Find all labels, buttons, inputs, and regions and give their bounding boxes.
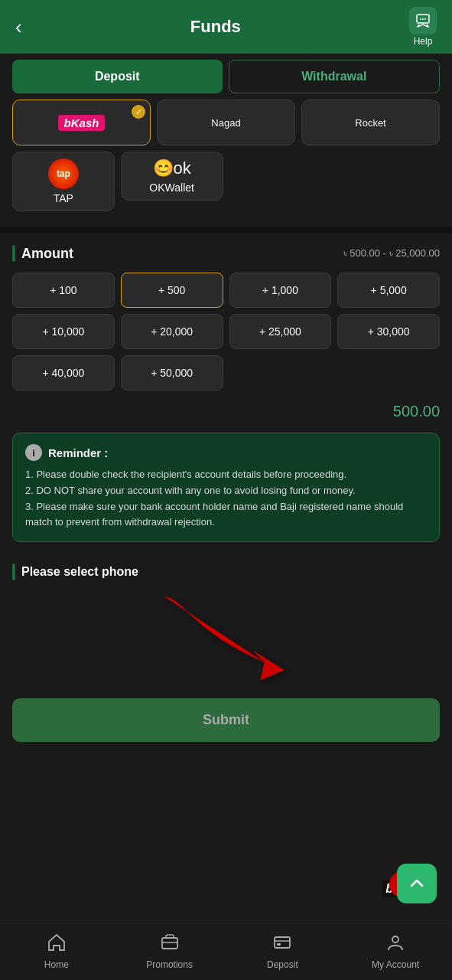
info-icon: i xyxy=(25,444,42,461)
nagad-option[interactable]: Nagad xyxy=(157,100,295,145)
okwallet-logo: 😊ok xyxy=(153,158,191,178)
amount-bar-decoration xyxy=(12,245,15,262)
amount-btn-500[interactable]: + 500 xyxy=(121,273,223,308)
app-header: ‹ Funds Help xyxy=(0,0,452,54)
amount-btn-100[interactable]: + 100 xyxy=(12,273,115,308)
nav-item-promotions[interactable]: Promotions xyxy=(113,923,226,980)
spacer-2 xyxy=(337,355,440,390)
amount-btn-30000[interactable]: + 30,000 xyxy=(337,314,440,349)
amount-header: Amount ৳ 500.00 - ৳ 25,000.00 xyxy=(12,245,440,262)
amount-section: Amount ৳ 500.00 - ৳ 25,000.00 + 100 + 50… xyxy=(0,233,452,564)
selected-checkmark: ✓ xyxy=(132,105,145,119)
svg-point-10 xyxy=(392,936,398,942)
deposit-icon xyxy=(272,933,292,956)
bkash-option[interactable]: bKash ✓ xyxy=(12,100,151,145)
select-phone-header: Please select phone xyxy=(12,564,440,580)
deposit-label: Deposit xyxy=(267,959,298,970)
reminder-title: Reminder : xyxy=(48,446,108,459)
bottom-nav: Home Promotions Deposit My xyxy=(0,923,452,980)
nav-item-myaccount[interactable]: My Account xyxy=(339,923,452,980)
payment-methods: bKash ✓ Nagad Rocket tap TAP xyxy=(0,100,452,227)
amount-btn-25000[interactable]: + 25,000 xyxy=(229,314,332,349)
home-icon xyxy=(47,933,67,956)
bkash-logo: bKash xyxy=(58,115,106,131)
arrow-overlay xyxy=(12,590,440,689)
amount-range: ৳ 500.00 - ৳ 25,000.00 xyxy=(343,247,440,260)
amount-btn-20000[interactable]: + 20,000 xyxy=(121,314,223,349)
placeholder-2 xyxy=(337,152,440,211)
red-arrow-svg xyxy=(142,590,311,689)
promotions-icon xyxy=(160,933,180,956)
placeholder-1 xyxy=(229,152,332,211)
back-button[interactable]: ‹ xyxy=(15,15,22,39)
submit-section: Submit xyxy=(0,689,452,811)
amount-display: 500.00 xyxy=(12,397,440,433)
amount-btn-10000[interactable]: + 10,000 xyxy=(12,314,115,349)
okwallet-option[interactable]: 😊ok OKWallet xyxy=(121,152,223,211)
deposit-tab[interactable]: Deposit xyxy=(12,60,223,93)
payment-row-1: bKash ✓ Nagad Rocket xyxy=(12,100,440,145)
svg-rect-7 xyxy=(275,937,290,948)
svg-point-3 xyxy=(424,18,426,20)
amount-grid-row3: + 40,000 + 50,000 xyxy=(12,355,440,390)
scroll-up-button[interactable] xyxy=(397,864,437,903)
reminder-header: i Reminder : xyxy=(25,444,427,461)
tap-option[interactable]: tap TAP xyxy=(12,152,115,211)
tab-bar: Deposit Withdrawal xyxy=(0,54,452,100)
svg-point-2 xyxy=(422,18,424,20)
amount-grid-row2: + 10,000 + 20,000 + 25,000 + 30,000 xyxy=(12,314,440,349)
reminder-text: 1. Please double check the recipient's a… xyxy=(25,467,427,531)
svg-rect-5 xyxy=(162,938,177,949)
promotions-label: Promotions xyxy=(146,959,193,970)
amount-btn-5000[interactable]: + 5,000 xyxy=(337,273,440,308)
help-button[interactable]: Help xyxy=(409,7,437,47)
tap-logo: tap xyxy=(48,158,79,189)
amount-grid-row1: + 100 + 500 + 1,000 + 5,000 xyxy=(12,273,440,308)
select-phone-section: Please select phone xyxy=(0,564,452,689)
myaccount-label: My Account xyxy=(372,959,419,970)
myaccount-icon xyxy=(385,933,405,956)
section-divider xyxy=(0,227,452,233)
help-icon xyxy=(409,7,437,34)
payment-row-2: tap TAP 😊ok OKWallet xyxy=(12,152,440,211)
home-label: Home xyxy=(44,959,69,970)
help-label: Help xyxy=(414,36,433,47)
nagad-logo: Nagad xyxy=(211,117,240,129)
okwallet-label: OKWallet xyxy=(149,181,194,194)
reminder-box: i Reminder : 1. Please double check the … xyxy=(12,433,440,542)
svg-point-1 xyxy=(420,18,421,20)
page-title: Funds xyxy=(190,17,241,37)
spacer-1 xyxy=(229,355,332,390)
svg-rect-9 xyxy=(277,943,281,946)
nav-item-deposit[interactable]: Deposit xyxy=(226,923,340,980)
amount-title-wrap: Amount xyxy=(12,245,73,262)
withdrawal-tab[interactable]: Withdrawal xyxy=(229,60,441,93)
select-phone-title: Please select phone xyxy=(21,565,138,579)
rocket-option[interactable]: Rocket xyxy=(301,100,440,145)
amount-btn-50000[interactable]: + 50,000 xyxy=(121,355,223,390)
rocket-logo: Rocket xyxy=(355,117,385,129)
amount-btn-1000[interactable]: + 1,000 xyxy=(229,273,332,308)
nav-item-home[interactable]: Home xyxy=(0,923,113,980)
tap-label: TAP xyxy=(54,192,73,204)
select-phone-bar xyxy=(12,564,15,580)
amount-title: Amount xyxy=(21,246,73,262)
submit-button[interactable]: Submit xyxy=(12,698,440,742)
amount-btn-40000[interactable]: + 40,000 xyxy=(12,355,115,390)
